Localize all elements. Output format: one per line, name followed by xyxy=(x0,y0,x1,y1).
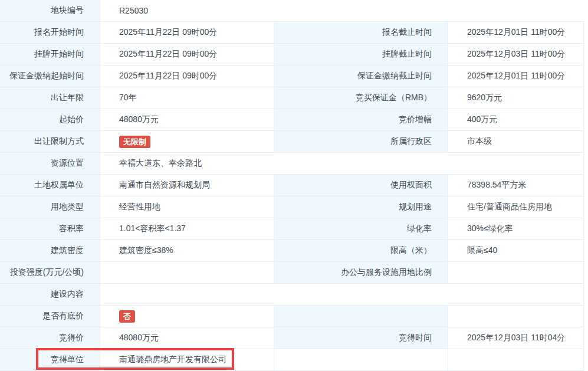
field-label: 报名截止时间 xyxy=(274,22,448,44)
field-value: R25030 xyxy=(100,0,584,22)
no-badge: 否 xyxy=(119,310,135,323)
row-winning-price-time: 竞得价 48080万元 竞得时间 2025年12月03日 11时04分 xyxy=(0,327,584,349)
field-value: 400万元 xyxy=(448,109,584,131)
field-label: 容积率 xyxy=(0,218,100,240)
field-value: 2025年12月03日 11时00分 xyxy=(448,44,584,65)
row-land-type-use: 用地类型 经营性用地 规划用途 住宅/普通商品住房用地 xyxy=(0,196,584,218)
field-value: 2025年11月22日 09时00分 xyxy=(100,22,274,44)
row-listing-time: 挂牌开始时间 2025年11月22日 09时00分 挂牌截止时间 2025年12… xyxy=(0,44,584,65)
row-density-height: 建筑密度 建筑密度≤38% 限高（米） 限高≤40 xyxy=(0,240,584,262)
field-value: 南通市自然资源和规划局 xyxy=(100,175,274,196)
field-label xyxy=(274,349,448,371)
field-label: 建筑密度 xyxy=(0,240,100,262)
field-label: 土地权属单位 xyxy=(0,175,100,196)
no-limit-badge: 无限制 xyxy=(119,136,150,148)
row-location: 资源位置 幸福大道东、幸余路北 xyxy=(0,153,584,175)
field-value: 2025年12月03日 11时04分 xyxy=(448,327,584,349)
field-value xyxy=(448,349,584,371)
field-value: 南通璐鼎房地产开发有限公司 xyxy=(100,349,274,371)
field-label: 所属行政区 xyxy=(274,131,448,153)
field-label: 是否有底价 xyxy=(0,306,100,327)
field-label: 办公与服务设施用地比例 xyxy=(274,262,448,284)
field-label: 用地类型 xyxy=(0,196,100,218)
row-deposit-time: 保证金缴纳起始时间 2025年11月22日 09时00分 保证金缴纳截止时间 2… xyxy=(0,65,584,87)
row-restriction-district: 出让限制方式 无限制 所属行政区 市本级 xyxy=(0,131,584,153)
field-value: 48080万元 xyxy=(100,327,274,349)
field-value xyxy=(100,284,584,306)
field-label: 限高（米） xyxy=(274,240,448,262)
field-label xyxy=(274,306,448,327)
field-value: 48080万元 xyxy=(100,109,274,131)
field-value: 2025年12月01日 11时00分 xyxy=(448,65,584,87)
row-winning-bidder: 竞得单位 南通璐鼎房地产开发有限公司 xyxy=(0,349,584,371)
field-value: 幸福大道东、幸余路北 xyxy=(100,153,584,175)
field-value: 无限制 xyxy=(100,131,274,153)
row-construction-content: 建设内容 xyxy=(0,284,584,306)
field-value: 30%≤绿化率 xyxy=(448,218,584,240)
row-reserve-price: 是否有底价 否 xyxy=(0,306,584,327)
field-label: 挂牌截止时间 xyxy=(274,44,448,65)
row-registration-time: 报名开始时间 2025年11月22日 09时00分 报名截止时间 2025年12… xyxy=(0,22,584,44)
field-label: 挂牌开始时间 xyxy=(0,44,100,65)
row-start-price-increment: 起始价 48080万元 竞价增幅 400万元 xyxy=(0,109,584,131)
field-label: 出让限制方式 xyxy=(0,131,100,153)
field-value: 经营性用地 xyxy=(100,196,274,218)
field-value xyxy=(448,262,584,284)
field-value: 70年 xyxy=(100,87,274,109)
field-label: 规划用途 xyxy=(274,196,448,218)
field-label: 建设内容 xyxy=(0,284,100,306)
field-label: 起始价 xyxy=(0,109,100,131)
row-investment-office-ratio: 投资强度(万元/公顷) 办公与服务设施用地比例 xyxy=(0,262,584,284)
row-ownership-area: 土地权属单位 南通市自然资源和规划局 使用权面积 78398.54平方米 xyxy=(0,175,584,196)
field-value: 2025年11月22日 09时00分 xyxy=(100,44,274,65)
field-label: 竞价增幅 xyxy=(274,109,448,131)
field-label: 地块编号 xyxy=(0,0,100,22)
field-label: 投资强度(万元/公顷) xyxy=(0,262,100,284)
field-value: 建筑密度≤38% xyxy=(100,240,274,262)
field-label: 竞得单位 xyxy=(0,349,100,371)
field-label: 竞得价 xyxy=(0,327,100,349)
field-value: 78398.54平方米 xyxy=(448,175,584,196)
field-label: 竞得时间 xyxy=(274,327,448,349)
field-value: 2025年11月22日 09时00分 xyxy=(100,65,274,87)
field-label: 使用权面积 xyxy=(274,175,448,196)
row-parcel-number: 地块编号 R25030 xyxy=(0,0,584,22)
row-term-and-deposit: 出让年限 70年 竞买保证金（RMB） 9620万元 xyxy=(0,87,584,109)
land-info-table: 地块编号 R25030 报名开始时间 2025年11月22日 09时00分 报名… xyxy=(0,0,584,371)
row-plot-ratio-greening: 容积率 1.01<容积率<1.37 绿化率 30%≤绿化率 xyxy=(0,218,584,240)
field-label: 出让年限 xyxy=(0,87,100,109)
field-label: 资源位置 xyxy=(0,153,100,175)
field-value: 否 xyxy=(100,306,274,327)
field-value: 2025年12月01日 11时00分 xyxy=(448,22,584,44)
field-value: 1.01<容积率<1.37 xyxy=(100,218,274,240)
field-value xyxy=(100,262,274,284)
field-value: 9620万元 xyxy=(448,87,584,109)
field-label: 保证金缴纳起始时间 xyxy=(0,65,100,87)
field-value: 市本级 xyxy=(448,131,584,153)
field-value: 限高≤40 xyxy=(448,240,584,262)
field-value: 住宅/普通商品住房用地 xyxy=(448,196,584,218)
field-label: 竞买保证金（RMB） xyxy=(274,87,448,109)
field-label: 报名开始时间 xyxy=(0,22,100,44)
field-value xyxy=(448,306,584,327)
field-label: 保证金缴纳截止时间 xyxy=(274,65,448,87)
field-label: 绿化率 xyxy=(274,218,448,240)
